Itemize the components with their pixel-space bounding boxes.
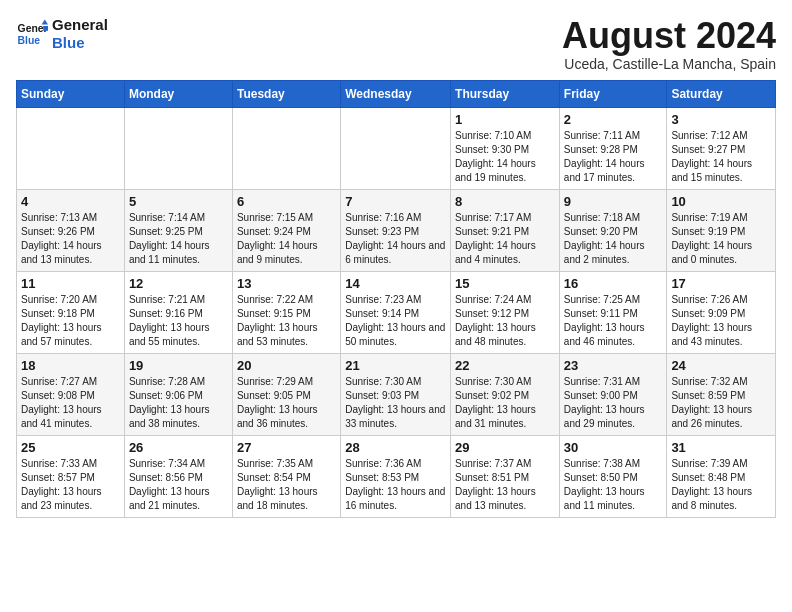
logo-text-line2: Blue	[52, 34, 108, 52]
svg-text:Blue: Blue	[18, 35, 41, 46]
calendar-title: August 2024	[562, 16, 776, 56]
calendar-cell: 4Sunrise: 7:13 AM Sunset: 9:26 PM Daylig…	[17, 189, 125, 271]
weekday-header-thursday: Thursday	[451, 80, 560, 107]
day-number: 8	[455, 194, 555, 209]
day-number: 12	[129, 276, 228, 291]
calendar-cell	[124, 107, 232, 189]
day-info: Sunrise: 7:15 AM Sunset: 9:24 PM Dayligh…	[237, 211, 336, 267]
day-number: 23	[564, 358, 663, 373]
day-number: 13	[237, 276, 336, 291]
calendar-week-1: 1Sunrise: 7:10 AM Sunset: 9:30 PM Daylig…	[17, 107, 776, 189]
calendar-cell: 12Sunrise: 7:21 AM Sunset: 9:16 PM Dayli…	[124, 271, 232, 353]
calendar-cell: 25Sunrise: 7:33 AM Sunset: 8:57 PM Dayli…	[17, 435, 125, 517]
calendar-cell: 13Sunrise: 7:22 AM Sunset: 9:15 PM Dayli…	[232, 271, 340, 353]
calendar-cell: 14Sunrise: 7:23 AM Sunset: 9:14 PM Dayli…	[341, 271, 451, 353]
day-number: 15	[455, 276, 555, 291]
day-number: 18	[21, 358, 120, 373]
weekday-header-friday: Friday	[559, 80, 667, 107]
day-info: Sunrise: 7:14 AM Sunset: 9:25 PM Dayligh…	[129, 211, 228, 267]
day-number: 16	[564, 276, 663, 291]
calendar-table: SundayMondayTuesdayWednesdayThursdayFrid…	[16, 80, 776, 518]
calendar-cell: 18Sunrise: 7:27 AM Sunset: 9:08 PM Dayli…	[17, 353, 125, 435]
calendar-cell	[341, 107, 451, 189]
weekday-header-tuesday: Tuesday	[232, 80, 340, 107]
day-info: Sunrise: 7:37 AM Sunset: 8:51 PM Dayligh…	[455, 457, 555, 513]
day-info: Sunrise: 7:34 AM Sunset: 8:56 PM Dayligh…	[129, 457, 228, 513]
day-number: 25	[21, 440, 120, 455]
day-info: Sunrise: 7:24 AM Sunset: 9:12 PM Dayligh…	[455, 293, 555, 349]
calendar-cell: 21Sunrise: 7:30 AM Sunset: 9:03 PM Dayli…	[341, 353, 451, 435]
calendar-cell: 28Sunrise: 7:36 AM Sunset: 8:53 PM Dayli…	[341, 435, 451, 517]
logo: General Blue General Blue	[16, 16, 108, 52]
day-number: 26	[129, 440, 228, 455]
calendar-cell	[232, 107, 340, 189]
day-number: 20	[237, 358, 336, 373]
day-number: 4	[21, 194, 120, 209]
day-info: Sunrise: 7:30 AM Sunset: 9:03 PM Dayligh…	[345, 375, 446, 431]
calendar-cell: 7Sunrise: 7:16 AM Sunset: 9:23 PM Daylig…	[341, 189, 451, 271]
calendar-cell: 24Sunrise: 7:32 AM Sunset: 8:59 PM Dayli…	[667, 353, 776, 435]
day-info: Sunrise: 7:25 AM Sunset: 9:11 PM Dayligh…	[564, 293, 663, 349]
calendar-cell: 10Sunrise: 7:19 AM Sunset: 9:19 PM Dayli…	[667, 189, 776, 271]
day-number: 2	[564, 112, 663, 127]
day-info: Sunrise: 7:10 AM Sunset: 9:30 PM Dayligh…	[455, 129, 555, 185]
day-number: 31	[671, 440, 771, 455]
day-number: 29	[455, 440, 555, 455]
day-number: 17	[671, 276, 771, 291]
header: General Blue General Blue August 2024 Uc…	[16, 16, 776, 72]
day-info: Sunrise: 7:27 AM Sunset: 9:08 PM Dayligh…	[21, 375, 120, 431]
calendar-cell: 3Sunrise: 7:12 AM Sunset: 9:27 PM Daylig…	[667, 107, 776, 189]
day-info: Sunrise: 7:33 AM Sunset: 8:57 PM Dayligh…	[21, 457, 120, 513]
day-info: Sunrise: 7:20 AM Sunset: 9:18 PM Dayligh…	[21, 293, 120, 349]
day-info: Sunrise: 7:32 AM Sunset: 8:59 PM Dayligh…	[671, 375, 771, 431]
day-info: Sunrise: 7:35 AM Sunset: 8:54 PM Dayligh…	[237, 457, 336, 513]
logo-icon: General Blue	[16, 18, 48, 50]
day-number: 5	[129, 194, 228, 209]
calendar-cell: 16Sunrise: 7:25 AM Sunset: 9:11 PM Dayli…	[559, 271, 667, 353]
calendar-cell: 22Sunrise: 7:30 AM Sunset: 9:02 PM Dayli…	[451, 353, 560, 435]
day-number: 1	[455, 112, 555, 127]
calendar-cell: 8Sunrise: 7:17 AM Sunset: 9:21 PM Daylig…	[451, 189, 560, 271]
day-number: 22	[455, 358, 555, 373]
calendar-cell: 26Sunrise: 7:34 AM Sunset: 8:56 PM Dayli…	[124, 435, 232, 517]
day-info: Sunrise: 7:39 AM Sunset: 8:48 PM Dayligh…	[671, 457, 771, 513]
weekday-header-wednesday: Wednesday	[341, 80, 451, 107]
day-number: 21	[345, 358, 446, 373]
day-info: Sunrise: 7:21 AM Sunset: 9:16 PM Dayligh…	[129, 293, 228, 349]
day-number: 9	[564, 194, 663, 209]
weekday-header-sunday: Sunday	[17, 80, 125, 107]
day-info: Sunrise: 7:16 AM Sunset: 9:23 PM Dayligh…	[345, 211, 446, 267]
day-number: 27	[237, 440, 336, 455]
calendar-cell: 5Sunrise: 7:14 AM Sunset: 9:25 PM Daylig…	[124, 189, 232, 271]
logo-text-line1: General	[52, 16, 108, 34]
calendar-cell: 23Sunrise: 7:31 AM Sunset: 9:00 PM Dayli…	[559, 353, 667, 435]
weekday-header-monday: Monday	[124, 80, 232, 107]
day-info: Sunrise: 7:17 AM Sunset: 9:21 PM Dayligh…	[455, 211, 555, 267]
day-info: Sunrise: 7:19 AM Sunset: 9:19 PM Dayligh…	[671, 211, 771, 267]
svg-marker-3	[43, 26, 48, 31]
day-number: 6	[237, 194, 336, 209]
calendar-week-3: 11Sunrise: 7:20 AM Sunset: 9:18 PM Dayli…	[17, 271, 776, 353]
day-info: Sunrise: 7:30 AM Sunset: 9:02 PM Dayligh…	[455, 375, 555, 431]
day-info: Sunrise: 7:36 AM Sunset: 8:53 PM Dayligh…	[345, 457, 446, 513]
day-info: Sunrise: 7:12 AM Sunset: 9:27 PM Dayligh…	[671, 129, 771, 185]
weekday-header-row: SundayMondayTuesdayWednesdayThursdayFrid…	[17, 80, 776, 107]
calendar-cell: 2Sunrise: 7:11 AM Sunset: 9:28 PM Daylig…	[559, 107, 667, 189]
day-info: Sunrise: 7:26 AM Sunset: 9:09 PM Dayligh…	[671, 293, 771, 349]
day-info: Sunrise: 7:38 AM Sunset: 8:50 PM Dayligh…	[564, 457, 663, 513]
calendar-cell: 31Sunrise: 7:39 AM Sunset: 8:48 PM Dayli…	[667, 435, 776, 517]
calendar-cell: 1Sunrise: 7:10 AM Sunset: 9:30 PM Daylig…	[451, 107, 560, 189]
day-info: Sunrise: 7:23 AM Sunset: 9:14 PM Dayligh…	[345, 293, 446, 349]
day-info: Sunrise: 7:22 AM Sunset: 9:15 PM Dayligh…	[237, 293, 336, 349]
calendar-week-5: 25Sunrise: 7:33 AM Sunset: 8:57 PM Dayli…	[17, 435, 776, 517]
weekday-header-saturday: Saturday	[667, 80, 776, 107]
calendar-cell	[17, 107, 125, 189]
day-number: 10	[671, 194, 771, 209]
title-area: August 2024 Uceda, Castille-La Mancha, S…	[562, 16, 776, 72]
day-info: Sunrise: 7:13 AM Sunset: 9:26 PM Dayligh…	[21, 211, 120, 267]
day-info: Sunrise: 7:29 AM Sunset: 9:05 PM Dayligh…	[237, 375, 336, 431]
calendar-cell: 20Sunrise: 7:29 AM Sunset: 9:05 PM Dayli…	[232, 353, 340, 435]
day-info: Sunrise: 7:18 AM Sunset: 9:20 PM Dayligh…	[564, 211, 663, 267]
calendar-cell: 29Sunrise: 7:37 AM Sunset: 8:51 PM Dayli…	[451, 435, 560, 517]
calendar-week-2: 4Sunrise: 7:13 AM Sunset: 9:26 PM Daylig…	[17, 189, 776, 271]
